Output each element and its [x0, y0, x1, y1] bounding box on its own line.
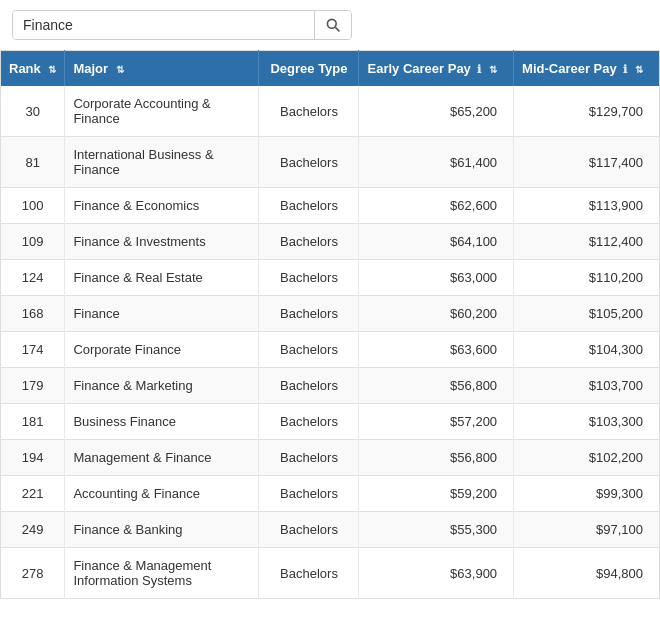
table-row: 194Management & FinanceBachelors$56,800$… [1, 440, 660, 476]
header-mid-career[interactable]: Mid-Career Pay ℹ ⇅ [514, 51, 660, 87]
cell-mid-pay: $129,700 [514, 86, 660, 137]
cell-degree: Bachelors [259, 260, 359, 296]
cell-mid-pay: $99,300 [514, 476, 660, 512]
cell-mid-pay: $103,700 [514, 368, 660, 404]
cell-major: Finance & Management Information Systems [65, 548, 259, 599]
cell-rank: 124 [1, 260, 65, 296]
cell-major: Finance & Marketing [65, 368, 259, 404]
cell-major: International Business & Finance [65, 137, 259, 188]
cell-degree: Bachelors [259, 512, 359, 548]
cell-degree: Bachelors [259, 86, 359, 137]
cell-rank: 278 [1, 548, 65, 599]
cell-mid-pay: $113,900 [514, 188, 660, 224]
cell-major: Business Finance [65, 404, 259, 440]
cell-degree: Bachelors [259, 188, 359, 224]
cell-mid-pay: $110,200 [514, 260, 660, 296]
cell-mid-pay: $105,200 [514, 296, 660, 332]
cell-mid-pay: $103,300 [514, 404, 660, 440]
cell-early-pay: $62,600 [359, 188, 514, 224]
search-button[interactable] [314, 11, 351, 39]
search-container [0, 0, 660, 50]
cell-rank: 168 [1, 296, 65, 332]
table-row: 174Corporate FinanceBachelors$63,600$104… [1, 332, 660, 368]
cell-degree: Bachelors [259, 332, 359, 368]
cell-rank: 81 [1, 137, 65, 188]
sort-arrows-mid: ⇅ [635, 64, 643, 75]
cell-early-pay: $65,200 [359, 86, 514, 137]
cell-major: Accounting & Finance [65, 476, 259, 512]
cell-major: Finance & Investments [65, 224, 259, 260]
cell-major: Finance [65, 296, 259, 332]
table-row: 221Accounting & FinanceBachelors$59,200$… [1, 476, 660, 512]
cell-rank: 221 [1, 476, 65, 512]
cell-major: Corporate Accounting & Finance [65, 86, 259, 137]
table-row: 124Finance & Real EstateBachelors$63,000… [1, 260, 660, 296]
header-early-career[interactable]: Early Career Pay ℹ ⇅ [359, 51, 514, 87]
cell-early-pay: $55,300 [359, 512, 514, 548]
cell-rank: 100 [1, 188, 65, 224]
table-body: 30Corporate Accounting & FinanceBachelor… [1, 86, 660, 599]
cell-degree: Bachelors [259, 137, 359, 188]
cell-degree: Bachelors [259, 548, 359, 599]
cell-major: Corporate Finance [65, 332, 259, 368]
sort-arrows-early: ⇅ [489, 64, 497, 75]
cell-mid-pay: $97,100 [514, 512, 660, 548]
cell-early-pay: $56,800 [359, 368, 514, 404]
search-icon [325, 17, 341, 33]
sort-arrows-rank: ⇅ [48, 64, 56, 75]
cell-degree: Bachelors [259, 296, 359, 332]
search-input[interactable] [13, 11, 314, 39]
table-row: 100Finance & EconomicsBachelors$62,600$1… [1, 188, 660, 224]
cell-degree: Bachelors [259, 404, 359, 440]
cell-major: Finance & Economics [65, 188, 259, 224]
cell-early-pay: $57,200 [359, 404, 514, 440]
table-row: 181Business FinanceBachelors$57,200$103,… [1, 404, 660, 440]
cell-early-pay: $61,400 [359, 137, 514, 188]
cell-early-pay: $60,200 [359, 296, 514, 332]
cell-early-pay: $63,900 [359, 548, 514, 599]
cell-rank: 194 [1, 440, 65, 476]
cell-major: Finance & Real Estate [65, 260, 259, 296]
table-header-row: Rank ⇅ Major ⇅ Degree Type Early Career … [1, 51, 660, 87]
header-rank[interactable]: Rank ⇅ [1, 51, 65, 87]
cell-early-pay: $56,800 [359, 440, 514, 476]
cell-rank: 181 [1, 404, 65, 440]
table-row: 30Corporate Accounting & FinanceBachelor… [1, 86, 660, 137]
cell-mid-pay: $102,200 [514, 440, 660, 476]
info-icon-mid: ℹ [623, 63, 627, 76]
table-row: 109Finance & InvestmentsBachelors$64,100… [1, 224, 660, 260]
cell-mid-pay: $104,300 [514, 332, 660, 368]
cell-rank: 174 [1, 332, 65, 368]
svg-line-1 [335, 27, 339, 31]
majors-table: Rank ⇅ Major ⇅ Degree Type Early Career … [0, 50, 660, 599]
table-row: 179Finance & MarketingBachelors$56,800$1… [1, 368, 660, 404]
table-row: 168FinanceBachelors$60,200$105,200 [1, 296, 660, 332]
cell-mid-pay: $112,400 [514, 224, 660, 260]
cell-mid-pay: $117,400 [514, 137, 660, 188]
table-row: 278Finance & Management Information Syst… [1, 548, 660, 599]
cell-degree: Bachelors [259, 440, 359, 476]
cell-early-pay: $64,100 [359, 224, 514, 260]
cell-degree: Bachelors [259, 224, 359, 260]
info-icon-early: ℹ [477, 63, 481, 76]
cell-early-pay: $63,000 [359, 260, 514, 296]
cell-early-pay: $59,200 [359, 476, 514, 512]
cell-early-pay: $63,600 [359, 332, 514, 368]
table-row: 249Finance & BankingBachelors$55,300$97,… [1, 512, 660, 548]
table-row: 81International Business & FinanceBachel… [1, 137, 660, 188]
cell-rank: 179 [1, 368, 65, 404]
header-major[interactable]: Major ⇅ [65, 51, 259, 87]
cell-mid-pay: $94,800 [514, 548, 660, 599]
cell-rank: 30 [1, 86, 65, 137]
header-degree: Degree Type [259, 51, 359, 87]
cell-rank: 249 [1, 512, 65, 548]
search-box [12, 10, 352, 40]
cell-major: Management & Finance [65, 440, 259, 476]
cell-degree: Bachelors [259, 368, 359, 404]
cell-rank: 109 [1, 224, 65, 260]
svg-point-0 [327, 19, 336, 28]
sort-arrows-major: ⇅ [116, 64, 124, 75]
cell-degree: Bachelors [259, 476, 359, 512]
cell-major: Finance & Banking [65, 512, 259, 548]
